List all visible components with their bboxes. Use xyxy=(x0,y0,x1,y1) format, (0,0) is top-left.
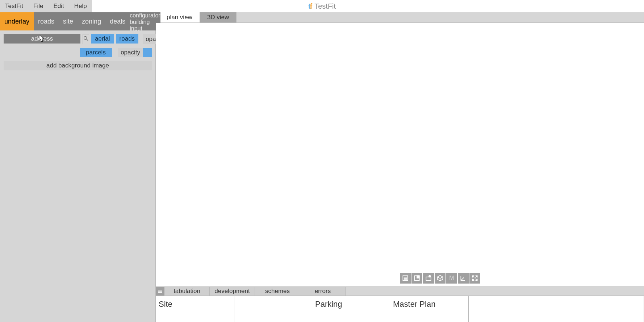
col-master-plan: Master Plan xyxy=(390,296,469,322)
menu-help[interactable]: Help xyxy=(69,0,92,12)
app-title: tf TestFit xyxy=(0,0,644,12)
main: plan view 3D view M xyxy=(156,12,644,322)
menu-edit[interactable]: Edit xyxy=(48,0,69,12)
menu-testfit[interactable]: TestFit xyxy=(0,0,28,12)
sidebar-tab-roads[interactable]: roads xyxy=(34,12,59,30)
search-button[interactable] xyxy=(83,34,89,44)
address-input[interactable] xyxy=(4,34,80,44)
tool-sheet[interactable] xyxy=(411,273,422,284)
svg-line-12 xyxy=(461,277,464,280)
col-site: Site xyxy=(156,296,234,322)
opacity-control-2[interactable]: opacity xyxy=(118,48,152,57)
chip-aerial[interactable]: aerial xyxy=(91,34,114,44)
bottom-panel: tabulation development schemes errors Si… xyxy=(156,286,644,322)
tool-expand[interactable] xyxy=(469,273,480,284)
sidebar-controls: aerial roads opacity parcels opacity xyxy=(0,30,155,74)
tool-list[interactable] xyxy=(400,273,411,284)
col-empty-1 xyxy=(234,296,312,322)
m-label: M xyxy=(449,275,454,281)
bottom-tab-development[interactable]: development xyxy=(210,287,255,296)
canvas-tools: M xyxy=(400,273,480,284)
drag-handle-icon xyxy=(158,288,163,295)
expand-icon xyxy=(471,274,478,282)
bottom-tab-errors[interactable]: errors xyxy=(300,287,346,296)
sidebar-tab-site[interactable]: site xyxy=(59,12,78,30)
svg-point-9 xyxy=(429,276,431,277)
canvas[interactable]: M xyxy=(156,23,644,286)
svg-point-0 xyxy=(84,37,87,40)
opacity-label-2: opacity xyxy=(118,48,143,57)
cube-icon xyxy=(436,274,444,282)
sidebar-tab-deals[interactable]: deals xyxy=(105,12,130,30)
svg-line-1 xyxy=(87,39,88,41)
sidebar-tabs: underlay roads site zoning deals configu… xyxy=(0,12,155,30)
app-logo-icon: tf xyxy=(308,2,312,11)
opacity-swatch-2[interactable] xyxy=(143,48,152,57)
chip-roads[interactable]: roads xyxy=(116,34,139,44)
sidebar-tab-zoning[interactable]: zoning xyxy=(78,12,105,30)
sidebar: underlay roads site zoning deals configu… xyxy=(0,12,156,322)
menu-file[interactable]: File xyxy=(28,0,48,12)
col-empty-2 xyxy=(469,296,644,322)
layer-dot-icon xyxy=(425,274,432,282)
search-icon xyxy=(83,36,89,43)
viewport-tab-plan[interactable]: plan view xyxy=(159,12,200,22)
bottom-tabs: tabulation development schemes errors xyxy=(156,286,644,296)
add-background-image-button[interactable]: add background image xyxy=(4,61,152,70)
svg-rect-7 xyxy=(417,276,419,278)
menubar: TestFit File Edit Help tf TestFit xyxy=(0,0,644,12)
bottom-columns: Site Parking Master Plan xyxy=(156,296,644,322)
svg-rect-8 xyxy=(426,277,431,281)
sidebar-tab-underlay[interactable]: underlay xyxy=(0,12,34,30)
axes-icon xyxy=(460,274,467,282)
tool-m[interactable]: M xyxy=(446,273,457,284)
sheet-icon xyxy=(413,274,421,282)
bottom-handle[interactable] xyxy=(156,287,164,296)
tool-cube[interactable] xyxy=(435,273,446,284)
viewport-tabs: plan view 3D view xyxy=(156,12,644,23)
viewport-tab-3d[interactable]: 3D view xyxy=(200,12,237,22)
chip-parcels[interactable]: parcels xyxy=(80,48,112,57)
bottom-tab-tabulation[interactable]: tabulation xyxy=(164,287,210,296)
bottom-tab-schemes[interactable]: schemes xyxy=(255,287,300,296)
sidebar-tab-configurator[interactable]: configurator xyxy=(130,12,160,19)
tool-axes[interactable] xyxy=(458,273,469,284)
col-parking: Parking xyxy=(312,296,390,322)
app-title-text: TestFit xyxy=(314,2,336,11)
list-icon xyxy=(402,274,409,282)
tool-layer[interactable] xyxy=(423,273,434,284)
